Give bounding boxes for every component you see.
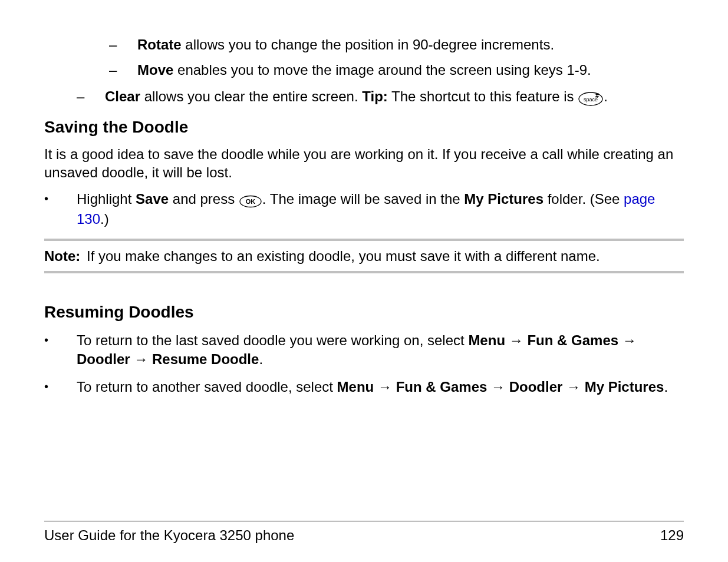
- rotate-label: Rotate: [137, 37, 182, 52]
- resume-label: Resume Doodle: [152, 351, 259, 367]
- arrow-icon: →: [622, 332, 637, 348]
- item-content: To return to the last saved doodle you w…: [77, 331, 684, 368]
- resume-pre: To return to the last saved doodle you w…: [77, 332, 468, 348]
- period: .: [664, 379, 668, 395]
- item-content: Clear allows you clear the entire screen…: [105, 87, 684, 107]
- arrow-icon: →: [134, 351, 148, 367]
- page-footer: User Guide for the Kyocera 3250 phone 12…: [44, 521, 684, 544]
- tip-label: Tip:: [362, 88, 388, 104]
- doodler-label: Doodler: [509, 379, 563, 395]
- space-hash-key-icon: space#: [578, 88, 604, 107]
- item-content: To return to another saved doodle, selec…: [77, 378, 684, 396]
- clear-text: allows you clear the entire screen.: [140, 88, 362, 104]
- clear-label: Clear: [105, 88, 140, 104]
- svg-text:#: #: [595, 92, 599, 99]
- save-label: Save: [136, 191, 169, 207]
- save-post: and press: [169, 191, 239, 207]
- fun-label: Fun & Games: [527, 332, 618, 348]
- svg-text:OK: OK: [246, 198, 256, 205]
- save-pre: Highlight: [77, 191, 136, 207]
- note-label: Note:: [44, 247, 87, 265]
- item-content: Move enables you to move the image aroun…: [137, 61, 684, 79]
- bullet-list: • Highlight Save and press OK. The image…: [44, 190, 684, 227]
- ok-key-icon: OK: [239, 191, 262, 209]
- note-text: If you make changes to an existing doodl…: [87, 247, 684, 265]
- move-label: Move: [137, 62, 173, 78]
- dash-marker: –: [109, 61, 137, 79]
- arrow-icon: →: [378, 379, 392, 395]
- item-content: Rotate allows you to change the position…: [137, 35, 684, 54]
- folder-post: .): [100, 211, 109, 227]
- folder-pre: folder. (See: [543, 191, 624, 207]
- page-number: 129: [660, 526, 684, 544]
- clear-period: .: [604, 88, 608, 104]
- arrow-icon: →: [491, 379, 505, 395]
- list-item: – Rotate allows you to change the positi…: [109, 35, 684, 54]
- menu-label: Menu: [468, 332, 505, 348]
- nested-dash-list: – Rotate allows you to change the positi…: [109, 35, 684, 79]
- bullet-marker: •: [44, 378, 77, 396]
- arrow-icon: →: [509, 332, 523, 348]
- tip-text: The shortcut to this feature is: [388, 88, 578, 104]
- fun-label: Fun & Games: [396, 379, 487, 395]
- period: .: [259, 351, 263, 367]
- list-item: • To return to the last saved doodle you…: [44, 331, 684, 368]
- saving-body: It is a good idea to save the doodle whi…: [44, 145, 684, 181]
- note-box: Note: If you make changes to an existing…: [44, 239, 684, 273]
- rotate-text: allows you to change the position in 90-…: [182, 37, 554, 52]
- list-item: • Highlight Save and press OK. The image…: [44, 190, 684, 227]
- footer-title: User Guide for the Kyocera 3250 phone: [44, 526, 294, 544]
- another-pre: To return to another saved doodle, selec…: [77, 379, 337, 395]
- list-item: – Move enables you to move the image aro…: [109, 61, 684, 79]
- dash-list: – Clear allows you clear the entire scre…: [77, 87, 684, 107]
- menu-label: Menu: [337, 379, 374, 395]
- save-postok: . The image will be saved in the: [262, 191, 464, 207]
- saving-heading: Saving the Doodle: [44, 117, 684, 138]
- list-item: • To return to another saved doodle, sel…: [44, 378, 684, 396]
- move-text: enables you to move the image around the…: [173, 62, 591, 78]
- mypictures-label: My Pictures: [585, 379, 664, 395]
- resuming-heading: Resuming Doodles: [44, 302, 684, 323]
- doodler-label: Doodler: [77, 351, 130, 367]
- bullet-marker: •: [44, 331, 77, 368]
- dash-marker: –: [77, 87, 105, 107]
- arrow-icon: →: [566, 379, 581, 395]
- dash-marker: –: [109, 35, 137, 54]
- list-item: – Clear allows you clear the entire scre…: [77, 87, 684, 107]
- bullet-marker: •: [44, 190, 77, 227]
- mypictures-label: My Pictures: [464, 191, 543, 207]
- item-content: Highlight Save and press OK. The image w…: [77, 190, 684, 227]
- bullet-list: • To return to the last saved doodle you…: [44, 331, 684, 396]
